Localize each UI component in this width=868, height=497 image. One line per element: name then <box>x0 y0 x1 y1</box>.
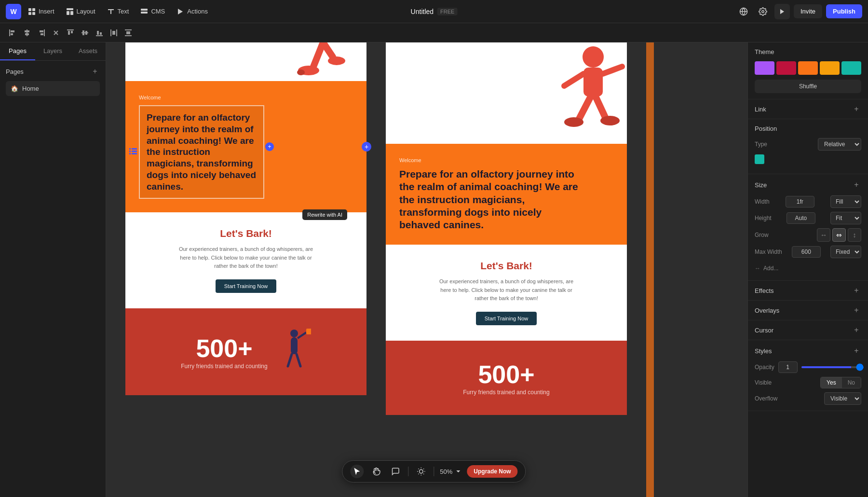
play-button[interactable] <box>774 4 790 19</box>
svg-marker-12 <box>780 9 784 14</box>
canvas-add-right[interactable]: + <box>362 142 371 152</box>
align-left-top[interactable] <box>6 26 19 40</box>
comment-tool[interactable] <box>389 465 402 478</box>
nav-insert[interactable]: Insert <box>23 5 59 18</box>
color-swatch-orange[interactable] <box>798 61 818 75</box>
color-swatch-purple[interactable] <box>755 61 774 75</box>
cursor-header: Cursor + <box>748 320 868 340</box>
color-swatch-teal[interactable] <box>841 61 861 75</box>
position-header[interactable]: Position <box>748 119 868 138</box>
align-center-v[interactable] <box>78 26 92 40</box>
add-size-button[interactable]: + <box>852 180 861 190</box>
cta-button-2[interactable]: Start Training Now <box>476 312 537 325</box>
nav-actions[interactable]: Actions <box>172 5 213 18</box>
add-overlays-button[interactable]: + <box>852 305 861 315</box>
upgrade-button[interactable]: Upgrade Now <box>467 465 517 478</box>
hero-heading-1: Prepare for an olfactory journey into th… <box>147 112 257 192</box>
rewrite-ai-badge[interactable]: Rewrite with AI <box>302 209 347 220</box>
distribute-h[interactable] <box>107 26 121 40</box>
width-unit-select[interactable]: Fill Fixed Fit <box>830 195 861 208</box>
sun-tool[interactable] <box>414 465 428 478</box>
list-icon <box>129 147 137 157</box>
color-swatch-yellow[interactable] <box>820 61 840 75</box>
lets-bark-desc-2: Our experienced trainers, a bunch of dog… <box>434 277 579 303</box>
max-width-unit-select[interactable]: Fixed Fill <box>830 246 861 258</box>
preview-frame-1[interactable]: Welcome Prepare for an olfactory journey… <box>125 42 366 497</box>
visible-toggle: Yes No <box>820 377 861 388</box>
nav-cms[interactable]: CMS <box>136 5 170 18</box>
webflow-logo[interactable]: W <box>6 4 21 19</box>
hero-text-box-1[interactable]: Prepare for an olfactory journey into th… <box>139 105 264 199</box>
max-width-input[interactable] <box>792 246 821 258</box>
zoom-control[interactable]: 50% <box>440 468 461 475</box>
hand-tool[interactable] <box>369 465 383 478</box>
visible-no-btn[interactable]: No <box>842 377 861 388</box>
site-name: Untitled <box>411 8 434 15</box>
delete-element[interactable] <box>49 26 63 40</box>
height-unit-select[interactable]: Fit Fill Fixed <box>830 212 861 224</box>
grow-fixed-btn[interactable]: ↕ <box>848 228 861 242</box>
opacity-slider[interactable] <box>801 366 864 368</box>
tab-pages[interactable]: Pages <box>0 42 35 60</box>
align-right[interactable] <box>35 26 48 40</box>
grow-row: Grow ↔ ⇔ ↕ <box>755 228 861 242</box>
theme-header[interactable]: Theme <box>748 42 868 61</box>
grow-buttons: ↔ ⇔ ↕ <box>817 228 861 242</box>
cursor-tool[interactable] <box>350 465 364 478</box>
nav-text[interactable]: Text <box>102 5 134 18</box>
stats-number-2: 500+ <box>401 360 611 389</box>
svg-marker-9 <box>178 9 183 14</box>
shuffle-button[interactable]: Shuffle <box>755 80 861 93</box>
svg-rect-43 <box>132 148 137 150</box>
toolbar-divider-2 <box>434 467 434 476</box>
overflow-row: Overflow Visible Hidden Scroll Auto <box>755 392 861 405</box>
tab-layers[interactable]: Layers <box>35 42 70 60</box>
settings-icon[interactable] <box>755 4 771 19</box>
height-input[interactable] <box>787 212 815 224</box>
globe-icon[interactable] <box>736 4 751 19</box>
visible-yes-btn[interactable]: Yes <box>821 377 842 388</box>
cursor-section: Cursor + <box>748 320 868 340</box>
add-effects-button[interactable]: + <box>852 286 861 295</box>
link-header: Link + <box>748 99 868 119</box>
canvas-area[interactable]: Welcome Prepare for an olfactory journey… <box>106 42 747 497</box>
align-bottom[interactable] <box>93 26 106 40</box>
svg-rect-15 <box>11 33 13 35</box>
add-dimension-row[interactable]: ↔ Add... <box>755 262 861 275</box>
styles-header[interactable]: Styles + <box>748 340 868 361</box>
canvas-add-text[interactable]: + <box>265 142 274 151</box>
page-item-home[interactable]: 🏠 Home <box>6 81 100 96</box>
add-styles-button[interactable]: + <box>852 346 861 356</box>
invite-button[interactable]: Invite <box>794 4 822 18</box>
publish-button[interactable]: Publish <box>826 4 862 18</box>
styles-content: Opacity Visible Yes No Overflow Vis <box>748 361 868 411</box>
width-input[interactable] <box>786 196 814 207</box>
toolbar-divider <box>408 467 408 476</box>
color-swatch-red[interactable] <box>776 61 796 75</box>
align-center-h[interactable] <box>20 26 34 40</box>
position-type-select[interactable]: Relative Static Absolute Fixed Sticky <box>818 138 861 151</box>
size-header[interactable]: Size + <box>748 174 868 195</box>
add-page-button[interactable]: + <box>90 67 100 76</box>
far-right-strip <box>646 42 654 497</box>
tab-assets[interactable]: Assets <box>70 42 106 60</box>
opacity-input[interactable] <box>778 361 798 373</box>
visible-row: Visible Yes No <box>755 377 861 388</box>
add-link-button[interactable]: + <box>852 104 861 114</box>
topbar-center: Untitled FREE <box>411 8 458 15</box>
add-cursor-button[interactable]: + <box>852 325 861 335</box>
nav-layout[interactable]: Layout <box>61 5 100 18</box>
overflow-select[interactable]: Visible Hidden Scroll Auto <box>824 392 861 405</box>
grow-expand-btn[interactable]: ⇔ <box>832 228 846 242</box>
cta-button-1[interactable]: Start Training Now <box>216 279 276 293</box>
topbar-left: W Insert Layout Text CMS Actions <box>6 4 213 19</box>
lets-bark-section-1: Let's Bark! Our experienced trainers, a … <box>125 212 366 308</box>
distribute-v[interactable] <box>122 26 135 40</box>
styles-section: Styles + Opacity Visible Yes No <box>748 340 868 411</box>
align-top[interactable] <box>64 26 77 40</box>
svg-line-59 <box>596 97 605 117</box>
svg-rect-33 <box>112 31 115 35</box>
running-figure-1 <box>294 42 352 81</box>
grow-shrink-btn[interactable]: ↔ <box>817 228 830 242</box>
preview-frame-2[interactable]: Welcome Prepare for an olfactory journey… <box>386 42 627 497</box>
